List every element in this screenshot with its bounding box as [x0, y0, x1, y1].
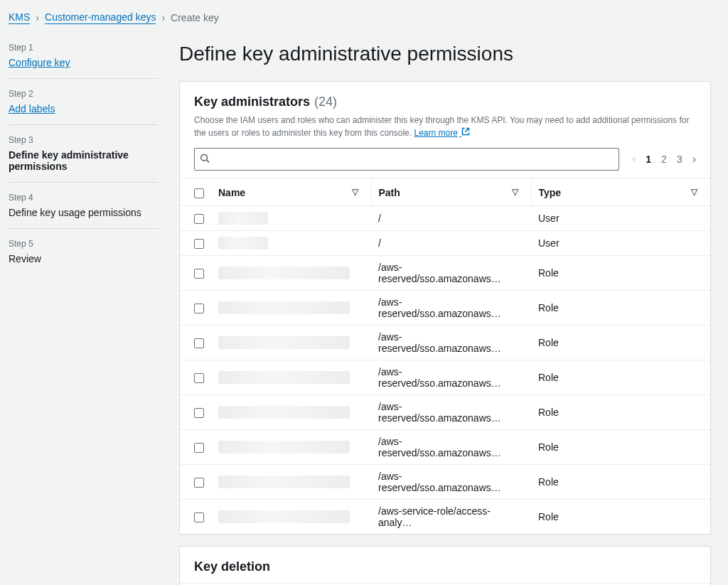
table-row: /User: [180, 206, 710, 231]
key-deletion-panel: Key deletion Allow key administrators to…: [179, 546, 711, 585]
row-checkbox[interactable]: [194, 373, 204, 383]
key-administrators-panel: Key administrators (24) Choose the IAM u…: [179, 81, 711, 535]
table-row: /aws-reserved/sso.amazonaws…Role: [180, 395, 710, 430]
table-row: /User: [180, 231, 710, 256]
cell-type: Role: [531, 395, 710, 430]
sort-icon: ▽: [512, 187, 518, 197]
cell-path: /aws-reserved/sso.amazonaws…: [371, 256, 531, 291]
redacted-name: [218, 510, 350, 523]
step-number: Step 3: [9, 135, 158, 145]
wizard-step-2[interactable]: Step 2 Add labels: [9, 89, 158, 125]
wizard-step-5: Step 5 Review: [9, 239, 158, 274]
step-title[interactable]: Add labels: [9, 103, 158, 114]
table-row: /aws-reserved/sso.amazonaws…Role: [180, 465, 710, 500]
row-checkbox[interactable]: [194, 512, 204, 522]
external-link-icon: [459, 128, 470, 138]
svg-point-0: [201, 154, 208, 161]
cell-type: User: [531, 206, 710, 231]
panel-count: (24): [314, 95, 337, 109]
breadcrumb-current: Create key: [171, 12, 219, 23]
row-checkbox[interactable]: [194, 408, 204, 418]
redacted-name: [218, 476, 350, 488]
breadcrumb-kms[interactable]: KMS: [9, 11, 30, 24]
step-number: Step 1: [9, 43, 158, 53]
redacted-name: [218, 336, 350, 349]
administrators-table: Name▽ Path▽ Type▽ /User/User/aws-reserve…: [180, 178, 710, 534]
cell-path: /aws-reserved/sso.amazonaws…: [371, 430, 531, 465]
cell-type: Role: [531, 360, 710, 395]
row-checkbox[interactable]: [194, 304, 204, 313]
wizard-step-4: Step 4 Define key usage permissions: [9, 193, 158, 229]
panel-title: Key deletion: [194, 559, 696, 574]
wizard-step-1[interactable]: Step 1 Configure key: [9, 43, 158, 79]
column-header-type[interactable]: Type▽: [531, 178, 710, 206]
cell-path: /aws-reserved/sso.amazonaws…: [371, 291, 531, 326]
cell-path: /aws-reserved/sso.amazonaws…: [371, 360, 531, 395]
cell-path: /aws-reserved/sso.amazonaws…: [371, 326, 531, 360]
breadcrumb: KMS › Customer-managed keys › Create key: [9, 11, 711, 24]
redacted-name: [218, 212, 268, 225]
table-row: /aws-service-role/access-analy…Role: [180, 500, 710, 535]
page-1[interactable]: 1: [646, 154, 651, 165]
cell-type: Role: [531, 291, 710, 326]
pagination: ‹ 1 2 3 ›: [632, 153, 696, 166]
column-header-path[interactable]: Path▽: [371, 178, 531, 206]
step-number: Step 5: [9, 239, 158, 249]
row-checkbox[interactable]: [194, 478, 204, 488]
cell-type: Role: [531, 500, 710, 535]
page-2[interactable]: 2: [661, 154, 667, 165]
row-checkbox[interactable]: [194, 214, 204, 224]
sort-icon: ▽: [352, 187, 358, 197]
wizard-sidebar: Step 1 Configure key Step 2 Add labels S…: [9, 43, 158, 585]
step-title: Define key usage permissions: [9, 207, 158, 218]
cell-type: Role: [531, 430, 710, 465]
step-title: Review: [9, 253, 158, 264]
search-input[interactable]: [194, 148, 619, 171]
table-row: /aws-reserved/sso.amazonaws…Role: [180, 430, 710, 465]
cell-type: Role: [531, 326, 710, 360]
search-input-wrapper: [194, 148, 619, 171]
chevron-right-icon: ›: [36, 12, 39, 23]
step-number: Step 4: [9, 193, 158, 203]
wizard-step-3: Step 3 Define key administrative permiss…: [9, 135, 158, 183]
select-all-checkbox[interactable]: [194, 188, 204, 198]
cell-type: Role: [531, 256, 710, 291]
step-title: Define key administrative permissions: [9, 149, 158, 172]
redacted-name: [218, 406, 350, 419]
page-prev-button[interactable]: ‹: [632, 153, 636, 166]
chevron-right-icon: ›: [161, 12, 165, 23]
table-row: /aws-reserved/sso.amazonaws…Role: [180, 326, 710, 360]
redacted-name: [218, 371, 350, 384]
row-checkbox[interactable]: [194, 338, 204, 348]
table-row: /aws-reserved/sso.amazonaws…Role: [180, 256, 710, 291]
cell-path: /aws-service-role/access-analy…: [371, 500, 531, 535]
table-row: /aws-reserved/sso.amazonaws…Role: [180, 360, 710, 395]
redacted-name: [218, 237, 268, 249]
cell-path: /aws-reserved/sso.amazonaws…: [371, 395, 531, 430]
search-icon: [200, 154, 210, 166]
redacted-name: [218, 301, 350, 314]
cell-path: /aws-reserved/sso.amazonaws…: [371, 465, 531, 500]
panel-title: Key administrators: [194, 95, 310, 109]
row-checkbox[interactable]: [194, 443, 204, 453]
redacted-name: [218, 267, 350, 279]
sort-icon: ▽: [691, 187, 697, 197]
cell-type: User: [531, 231, 710, 256]
panel-description: Choose the IAM users and roles who can a…: [194, 114, 696, 139]
page-next-button[interactable]: ›: [692, 153, 696, 166]
learn-more-link[interactable]: Learn more: [414, 128, 470, 138]
column-header-name[interactable]: Name▽: [211, 178, 371, 206]
cell-type: Role: [531, 465, 710, 500]
step-number: Step 2: [9, 89, 158, 99]
page-title: Define key administrative permissions: [179, 43, 711, 65]
row-checkbox[interactable]: [194, 239, 204, 249]
row-checkbox[interactable]: [194, 269, 204, 279]
redacted-name: [218, 441, 350, 453]
step-title[interactable]: Configure key: [9, 57, 158, 68]
page-3[interactable]: 3: [677, 154, 682, 165]
cell-path: /: [371, 206, 531, 231]
main-content: Define key administrative permissions Ke…: [179, 43, 711, 585]
table-row: /aws-reserved/sso.amazonaws…Role: [180, 291, 710, 326]
cell-path: /: [371, 231, 531, 256]
breadcrumb-customer-managed-keys[interactable]: Customer-managed keys: [45, 11, 156, 24]
